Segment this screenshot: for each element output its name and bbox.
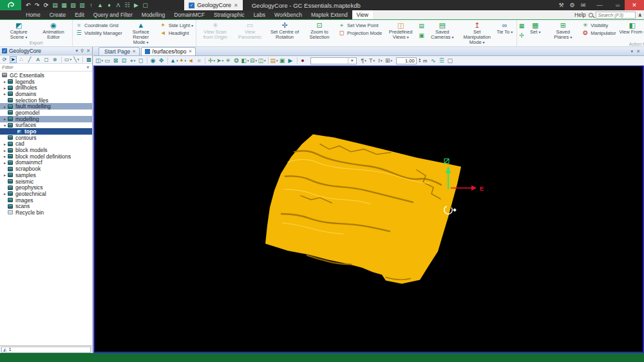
menu-item[interactable]: Modelling (137, 10, 169, 19)
quick-section-icon[interactable]: ⊟▾ (250, 57, 258, 64)
tree-item[interactable]: topo (0, 128, 92, 135)
expander-icon[interactable]: ▸ (2, 154, 8, 158)
record-icon[interactable]: ● (299, 57, 307, 64)
menu-item[interactable]: Stratigraphic (209, 10, 249, 19)
tree-item[interactable]: scrapbook (0, 166, 92, 172)
expander-icon[interactable]: ▸ (2, 142, 8, 146)
visibility-manager-button[interactable]: ☰ Visibility Manager (74, 30, 124, 37)
document-tab[interactable]: ✓ GeologyCore ✕ (184, 0, 243, 10)
separator[interactable] (297, 57, 298, 64)
help-link[interactable]: Help (574, 12, 585, 18)
close-icon[interactable]: ✕ (234, 3, 238, 8)
tree-item[interactable]: geomodel (0, 110, 92, 116)
saved-cameras-icon[interactable]: ▭ (104, 57, 111, 64)
predefined-views-icon[interactable]: ◫▾ (95, 57, 103, 64)
select-points-icon[interactable]: ∴ (18, 56, 25, 63)
slice-tool-icon[interactable]: ╲▾ (73, 56, 80, 63)
panel-header[interactable]: ✓ GeologyCore ▾ ⚲ ✕ (0, 47, 92, 55)
text-size-icon[interactable]: T▾ (368, 57, 376, 64)
manipulator-icon[interactable]: ❂ (232, 57, 240, 64)
projection-mode-icon[interactable]: ◻ (137, 57, 145, 64)
close-icon[interactable]: ✕ (86, 48, 90, 53)
animation-play-icon[interactable]: ▶ (287, 57, 295, 64)
refresh-icon[interactable]: ⟳ (42, 1, 50, 10)
animation-editor-button[interactable]: ◉ Animation Editor (36, 21, 71, 40)
separator[interactable] (147, 57, 147, 64)
collapse-ribbon-icon[interactable]: ∧ (638, 12, 643, 18)
capture-scene-icon[interactable]: ▣ (279, 57, 287, 64)
expander-icon[interactable]: ▸ (2, 191, 8, 196)
tree-item[interactable]: ▸ block model definitions (0, 153, 92, 160)
tree-item[interactable]: images (0, 197, 92, 204)
view-tab[interactable]: Start Page ✕ (99, 47, 140, 55)
zoom-extents-icon[interactable]: ⊠ (112, 57, 120, 64)
export-table-icon[interactable]: ▧ (69, 1, 77, 10)
menu-item[interactable]: Home (21, 10, 45, 19)
rect-select-icon[interactable]: ◻ (43, 56, 50, 63)
menu-item[interactable]: DomainMCF (169, 10, 209, 19)
view-tab[interactable]: /surfaces/topo ✕ (141, 47, 196, 55)
undo-icon[interactable]: ↶ (24, 1, 32, 10)
separator[interactable] (167, 57, 168, 64)
select-cursor-icon[interactable]: ➤ (10, 56, 17, 63)
tools-icon[interactable]: ⚒ (556, 0, 567, 10)
manipulator-button[interactable]: ❂ Manipulator (580, 30, 617, 37)
tree-item[interactable]: ▸ fault modelling (0, 103, 92, 110)
camera-tool-icon[interactable]: ▤ (419, 22, 424, 30)
menu-item[interactable]: Maptek Extend (307, 10, 352, 19)
capture-scene-button[interactable]: ◩ Capture Scene (1, 21, 36, 40)
tree-item[interactable]: selection files (0, 97, 92, 104)
chevron-down-icon[interactable]: ▾ (75, 48, 78, 53)
restore-button[interactable]: ▭ (611, 0, 625, 10)
expander-icon[interactable]: ▸ (2, 91, 8, 96)
tree-item[interactable]: ▸ domainmcf (0, 160, 92, 166)
tree-item[interactable]: ▸ samples (0, 172, 92, 178)
separator[interactable] (82, 57, 83, 62)
sync-icon[interactable]: ⟳ (1, 56, 8, 63)
expander-icon[interactable]: ▸ (2, 86, 8, 90)
projection-mode-button[interactable]: ◻ Projection Mode (337, 30, 383, 37)
lighting-icon[interactable]: ✦▾ (178, 57, 186, 64)
select-line-icon[interactable]: ╱ (26, 56, 33, 63)
tree-item[interactable]: ▸ legends (0, 79, 92, 85)
person-icon[interactable]: Λ (114, 1, 122, 10)
zoom-to-selection-button[interactable]: ⊡ Zoom to Selection (302, 21, 337, 40)
set-view-point-icon[interactable]: ⌖▾ (129, 57, 137, 64)
table-icon[interactable]: ▦ (60, 1, 68, 10)
set-centre-of-rotation-button[interactable]: ✢ Set Centre of Rotation (267, 21, 302, 40)
report-icon[interactable]: ▤▾ (270, 57, 278, 64)
expander-icon[interactable]: ▾ (2, 123, 8, 128)
panel-icon[interactable]: ▥ (78, 1, 86, 10)
expander-icon[interactable]: ▸ (2, 160, 8, 165)
zoom-select-icon[interactable]: ⊕ (52, 56, 59, 63)
headlight-button[interactable]: ◄ Headlight (158, 30, 194, 37)
headlight-icon[interactable]: ◄ (187, 57, 194, 64)
3d-viewport[interactable]: E (93, 66, 644, 353)
tree-item[interactable]: scans (0, 203, 92, 209)
surface-render-mode-icon[interactable]: ▲▾ (170, 57, 178, 64)
filter-input[interactable] (0, 64, 86, 70)
window-icon[interactable]: ▢ (141, 1, 149, 10)
settings-gear-icon[interactable]: ⚙ (567, 0, 578, 10)
set-view-point-button[interactable]: ⌖ Set View Point (337, 22, 383, 29)
section-mode-icon[interactable]: ◫▾ (258, 57, 266, 64)
snap-settings-icon[interactable]: ∿ (430, 57, 437, 64)
expander-icon[interactable]: ▸ (2, 173, 8, 177)
mail-icon[interactable]: ✉ (578, 0, 589, 10)
action-plane-tool-icon[interactable]: ✢ (519, 32, 525, 40)
tree-item[interactable]: ▸ cad (0, 141, 92, 148)
saved-planes-button[interactable]: ⊞ Saved Planes (545, 21, 580, 40)
close-icon[interactable]: ✕ (132, 49, 136, 54)
tree-item[interactable]: ▸ domains (0, 91, 92, 97)
menu-item[interactable]: Query and Filter (89, 10, 137, 19)
search-input[interactable] (596, 12, 636, 19)
view-preset-combobox[interactable]: ▼ (310, 57, 357, 64)
set-manipulation-mode-button[interactable]: ↥ Set Manipulation Mode (460, 21, 495, 45)
separator[interactable] (268, 57, 269, 64)
drag-mode-icon[interactable]: ➤▾ (216, 57, 223, 64)
marker-icon[interactable]: ♦ (105, 1, 113, 10)
tree-item[interactable]: GC Essentials (0, 72, 92, 79)
tree-item[interactable]: ▸ modelling (0, 116, 92, 122)
report-icon[interactable]: ▤ (51, 1, 59, 10)
zoom-selection-icon[interactable]: ⊡ (120, 57, 128, 64)
